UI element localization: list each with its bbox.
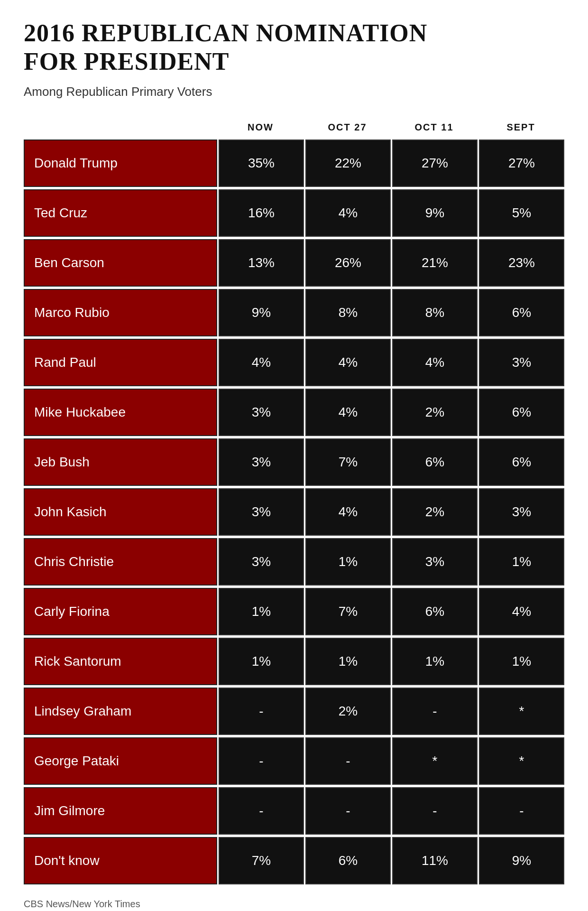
table-header: NOW OCT 27 OCT 11 SEPT xyxy=(24,118,564,137)
data-cell-oct27: 4% xyxy=(305,189,391,237)
data-cell-now: 3% xyxy=(219,488,304,536)
subtitle: Among Republican Primary Voters xyxy=(24,84,564,99)
data-cell-oct11: 8% xyxy=(392,289,478,336)
data-cell-sept: 3% xyxy=(479,488,564,536)
table-row: Lindsey Graham-2%-* xyxy=(24,688,564,735)
candidate-name: Don't know xyxy=(24,837,217,884)
data-cell-sept: 6% xyxy=(479,389,564,436)
data-cell-now: 9% xyxy=(219,289,304,336)
data-cell-oct11: - xyxy=(392,688,478,735)
data-cell-now: 3% xyxy=(219,438,304,486)
data-cell-now: 1% xyxy=(219,638,304,685)
candidate-name: Donald Trump xyxy=(24,139,217,187)
data-cell-oct27: 1% xyxy=(305,638,391,685)
table-row: John Kasich3%4%2%3% xyxy=(24,488,564,536)
data-cell-oct27: 4% xyxy=(305,389,391,436)
table-row: Jeb Bush3%7%6%6% xyxy=(24,438,564,486)
candidate-name: Ted Cruz xyxy=(24,189,217,237)
candidate-name: George Pataki xyxy=(24,737,217,785)
data-cell-oct27: - xyxy=(305,737,391,785)
table-row: Rick Santorum1%1%1%1% xyxy=(24,638,564,685)
source-credit: CBS News/New York Times xyxy=(24,899,564,910)
data-cell-now: 16% xyxy=(219,189,304,237)
data-cell-now: 13% xyxy=(219,239,304,287)
data-cell-now: 7% xyxy=(219,837,304,884)
data-cell-sept: - xyxy=(479,787,564,835)
candidate-name: Carly Fiorina xyxy=(24,588,217,635)
main-title: 2016 Republican Nomination for President xyxy=(24,19,564,76)
data-cell-oct11: 6% xyxy=(392,588,478,635)
data-cell-sept: 3% xyxy=(479,339,564,386)
candidate-name: Jim Gilmore xyxy=(24,787,217,835)
table-row: Donald Trump35%22%27%27% xyxy=(24,139,564,187)
table-body: Donald Trump35%22%27%27%Ted Cruz16%4%9%5… xyxy=(24,139,564,884)
table-row: Jim Gilmore---- xyxy=(24,787,564,835)
data-cell-oct27: 26% xyxy=(305,239,391,287)
data-cell-oct11: 4% xyxy=(392,339,478,386)
data-cell-oct11: 6% xyxy=(392,438,478,486)
data-table: NOW OCT 27 OCT 11 SEPT Donald Trump35%22… xyxy=(24,118,564,884)
header-col0 xyxy=(24,118,217,137)
data-cell-sept: 6% xyxy=(479,289,564,336)
data-cell-now: 35% xyxy=(219,139,304,187)
data-cell-sept: 4% xyxy=(479,588,564,635)
candidate-name: John Kasich xyxy=(24,488,217,536)
data-cell-oct27: 7% xyxy=(305,438,391,486)
candidate-name: Jeb Bush xyxy=(24,438,217,486)
candidate-name: Rand Paul xyxy=(24,339,217,386)
data-cell-oct11: 2% xyxy=(392,488,478,536)
table-row: Mike Huckabee3%4%2%6% xyxy=(24,389,564,436)
table-row: Carly Fiorina1%7%6%4% xyxy=(24,588,564,635)
table-row: George Pataki--** xyxy=(24,737,564,785)
data-cell-oct11: - xyxy=(392,787,478,835)
table-row: Ben Carson13%26%21%23% xyxy=(24,239,564,287)
header-col1: NOW xyxy=(217,118,304,137)
data-cell-now: 3% xyxy=(219,389,304,436)
table-row: Marco Rubio9%8%8%6% xyxy=(24,289,564,336)
data-cell-now: 1% xyxy=(219,588,304,635)
data-cell-oct27: 22% xyxy=(305,139,391,187)
data-cell-oct27: 7% xyxy=(305,588,391,635)
data-cell-sept: 23% xyxy=(479,239,564,287)
data-cell-sept: 5% xyxy=(479,189,564,237)
data-cell-now: - xyxy=(219,688,304,735)
data-cell-oct11: 27% xyxy=(392,139,478,187)
data-cell-sept: * xyxy=(479,737,564,785)
data-cell-sept: 9% xyxy=(479,837,564,884)
data-cell-sept: 27% xyxy=(479,139,564,187)
header-col3: OCT 11 xyxy=(391,118,478,137)
data-cell-oct27: 8% xyxy=(305,289,391,336)
data-cell-oct27: - xyxy=(305,787,391,835)
candidate-name: Lindsey Graham xyxy=(24,688,217,735)
table-row: Chris Christie3%1%3%1% xyxy=(24,538,564,586)
candidate-name: Ben Carson xyxy=(24,239,217,287)
data-cell-oct27: 4% xyxy=(305,339,391,386)
data-cell-oct27: 6% xyxy=(305,837,391,884)
data-cell-sept: 1% xyxy=(479,638,564,685)
data-cell-sept: 1% xyxy=(479,538,564,586)
data-cell-now: - xyxy=(219,737,304,785)
data-cell-now: 4% xyxy=(219,339,304,386)
data-cell-oct27: 1% xyxy=(305,538,391,586)
candidate-name: Marco Rubio xyxy=(24,289,217,336)
table-row: Rand Paul4%4%4%3% xyxy=(24,339,564,386)
data-cell-oct11: 3% xyxy=(392,538,478,586)
candidate-name: Chris Christie xyxy=(24,538,217,586)
data-cell-oct11: * xyxy=(392,737,478,785)
data-cell-now: - xyxy=(219,787,304,835)
table-row: Ted Cruz16%4%9%5% xyxy=(24,189,564,237)
data-cell-oct11: 1% xyxy=(392,638,478,685)
candidate-name: Rick Santorum xyxy=(24,638,217,685)
data-cell-oct27: 2% xyxy=(305,688,391,735)
data-cell-sept: * xyxy=(479,688,564,735)
header-col2: OCT 27 xyxy=(304,118,391,137)
header-col4: SEPT xyxy=(478,118,564,137)
data-cell-now: 3% xyxy=(219,538,304,586)
data-cell-oct11: 2% xyxy=(392,389,478,436)
data-cell-oct11: 11% xyxy=(392,837,478,884)
data-cell-oct27: 4% xyxy=(305,488,391,536)
candidate-name: Mike Huckabee xyxy=(24,389,217,436)
data-cell-oct11: 21% xyxy=(392,239,478,287)
table-row: Don't know7%6%11%9% xyxy=(24,837,564,884)
data-cell-sept: 6% xyxy=(479,438,564,486)
